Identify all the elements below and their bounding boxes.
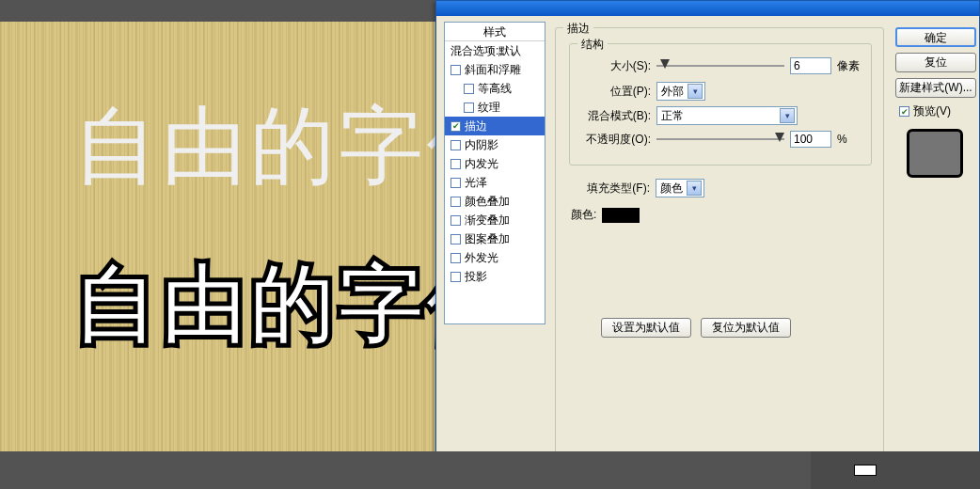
stroke-color-swatch[interactable] [602,208,640,223]
styles-item-label: 斜面和浮雕 [465,60,521,79]
set-default-button[interactable]: 设置为默认值 [601,318,691,338]
styles-blending-label: 混合选项:默认 [450,41,521,60]
opacity-slider-thumb[interactable] [775,133,784,142]
styles-item-label: 渐变叠加 [465,211,510,229]
styles-item-label: 投影 [465,267,487,286]
styles-item-label: 内阴影 [465,135,498,154]
chevron-down-icon: ▾ [780,108,795,123]
styles-item-checkbox[interactable] [450,197,461,207]
fill-type-value: 颜色 [660,181,683,197]
chevron-down-icon: ▾ [688,84,703,99]
styles-item-checkbox[interactable] [450,140,461,150]
layer-style-dialog: 样式 混合选项:默认 斜面和浮雕等高线纹理描边内阴影内发光光泽颜色叠加渐变叠加图… [435,0,980,461]
styles-item-checkbox[interactable] [450,253,461,263]
ok-button[interactable]: 确定 [895,27,976,47]
styles-item[interactable]: 投影 [445,267,545,286]
styles-item[interactable]: 纹理 [445,98,545,117]
panel-swatch [854,465,877,476]
preview-label: 预览(V) [913,103,951,119]
fill-type-label: 填充类型(F): [578,181,650,197]
styles-item[interactable]: 光泽 [445,173,545,192]
styles-item-checkbox[interactable] [450,121,461,132]
styles-item[interactable]: 等高线 [445,79,545,98]
opacity-unit: % [837,133,847,146]
stroke-group-legend: 描边 [563,21,593,37]
styles-item-checkbox[interactable] [450,272,461,282]
styles-item[interactable]: 内发光 [445,154,545,173]
dialog-right-column: 确定 复位 新建样式(W)... 预览(V) [895,27,978,178]
styles-item[interactable]: 渐变叠加 [445,211,545,229]
styles-item-checkbox[interactable] [450,159,461,169]
styles-list: 样式 混合选项:默认 斜面和浮雕等高线纹理描边内阴影内发光光泽颜色叠加渐变叠加图… [444,22,545,324]
bottom-strip [0,451,980,489]
size-slider[interactable] [656,59,784,72]
styles-item[interactable]: 颜色叠加 [445,192,545,211]
styles-item[interactable]: 斜面和浮雕 [445,60,545,79]
styles-item[interactable]: 图案叠加 [445,229,545,248]
blend-mode-value: 正常 [661,108,776,124]
styles-item-label: 颜色叠加 [465,192,510,211]
cancel-button[interactable]: 复位 [895,53,976,72]
styles-item-checkbox[interactable] [450,215,461,226]
position-label: 位置(P): [579,84,651,100]
blend-mode-select[interactable]: 正常 ▾ [656,106,798,125]
blend-mode-label: 混合模式(B): [579,108,651,124]
styles-item[interactable]: 外发光 [445,248,545,267]
structure-legend: 结构 [577,37,608,53]
fill-type-select[interactable]: 颜色 ▾ [656,179,704,197]
opacity-input[interactable]: 100 [790,131,831,148]
reset-default-button[interactable]: 复位为默认值 [701,318,791,338]
opacity-label: 不透明度(O): [579,132,651,148]
styles-item[interactable]: 描边 [445,117,545,135]
styles-item-label: 外发光 [465,248,498,267]
styles-list-header: 样式 [445,23,545,41]
stroke-group: 描边 结构 大小(S): 6 像素 位置(P): 外部 ▾ [555,27,884,465]
styles-item-label: 描边 [465,117,487,135]
styles-item-checkbox[interactable] [464,103,474,113]
styles-item-checkbox[interactable] [450,234,461,244]
size-unit: 像素 [837,58,860,74]
styles-item-checkbox[interactable] [464,84,474,94]
styles-item-label: 等高线 [478,79,512,98]
styles-item[interactable]: 内阴影 [445,135,545,154]
styles-blending-options[interactable]: 混合选项:默认 [445,41,545,60]
opacity-slider[interactable] [656,133,784,146]
styles-item-label: 光泽 [465,173,487,192]
styles-item-label: 内发光 [465,154,498,173]
position-value: 外部 [661,84,684,100]
structure-group: 结构 大小(S): 6 像素 位置(P): 外部 ▾ [569,43,872,166]
position-select[interactable]: 外部 ▾ [656,82,705,101]
preview-checkbox-row[interactable]: 预览(V) [899,103,978,119]
chevron-down-icon: ▾ [687,181,702,196]
styles-item-label: 图案叠加 [465,229,510,248]
dialog-titlebar[interactable] [436,1,979,16]
new-style-button[interactable]: 新建样式(W)... [895,78,976,98]
preview-checkbox[interactable] [899,106,909,117]
styles-item-checkbox[interactable] [450,65,461,75]
styles-item-label: 纹理 [478,98,500,117]
size-label: 大小(S): [579,58,651,74]
panel-fragment [811,451,980,489]
styles-item-checkbox[interactable] [450,178,461,188]
preview-swatch [907,129,963,178]
size-input[interactable]: 6 [790,57,831,74]
size-slider-thumb[interactable] [660,59,670,69]
color-label: 颜色: [571,207,596,223]
